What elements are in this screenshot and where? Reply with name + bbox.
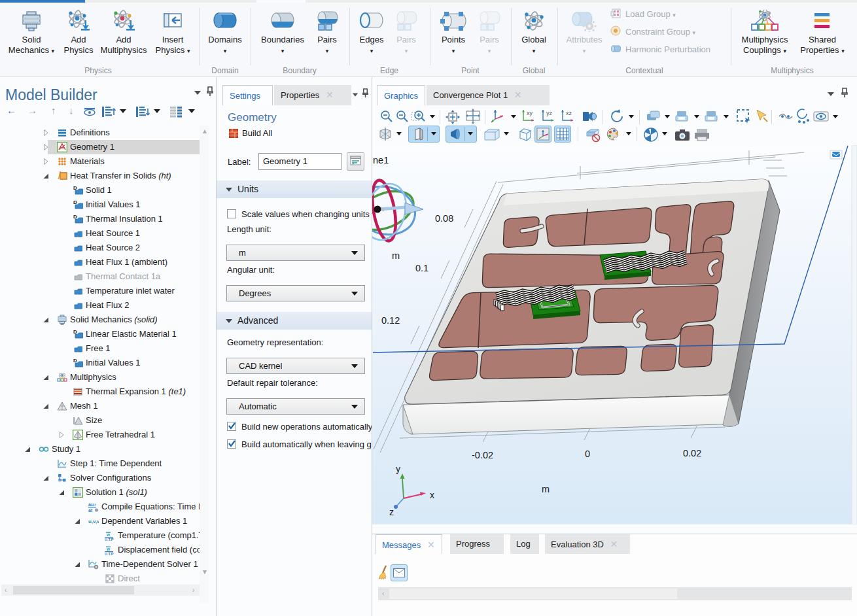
svg-text:m: m [392,250,400,261]
svg-text:U.T.P: U.T.P [105,538,114,541]
svg-text:0: 0 [585,449,590,459]
svg-text:xz: xz [566,110,572,116]
svg-text:x: x [430,490,434,500]
svg-text:au.f: au.f [88,502,96,507]
svg-text:z: z [389,507,394,517]
svg-text:xy: xy [527,110,533,116]
svg-text:u,v,w: u,v,w [88,519,99,524]
svg-text:m: m [542,484,550,494]
svg-text:yz: yz [546,110,553,116]
svg-text:at: at [88,508,93,513]
svg-text:w: w [106,532,111,537]
svg-text:-0.02: -0.02 [472,450,493,460]
svg-text:U.T.P: U.T.P [105,552,114,555]
svg-text:0.08: 0.08 [435,213,453,224]
svg-text:ne1: ne1 [373,155,389,165]
svg-text:w: w [106,547,111,551]
svg-text:0.1: 0.1 [415,263,428,273]
svg-text:y: y [396,464,400,474]
svg-text:0.02: 0.02 [683,448,701,458]
svg-text:0.12: 0.12 [381,315,400,326]
